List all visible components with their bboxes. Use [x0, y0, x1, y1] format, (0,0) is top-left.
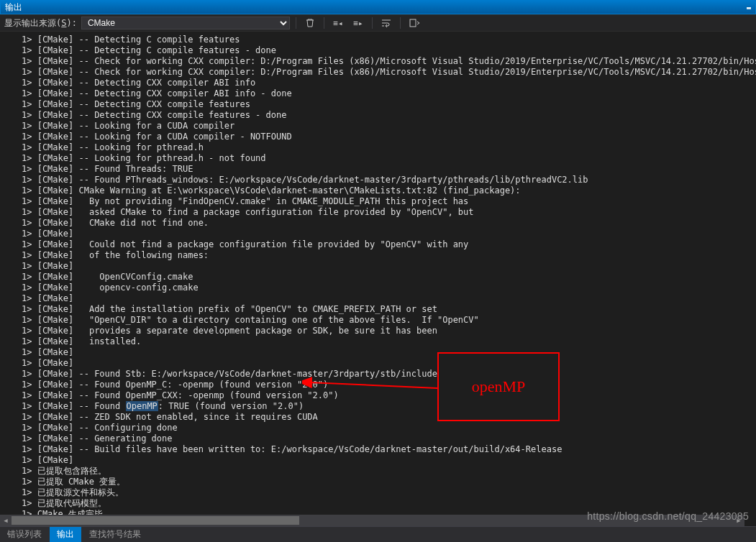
- output-line: 1> [CMake] Add the installation prefix o…: [22, 304, 752, 315]
- output-line: 1> [CMake]: [22, 229, 752, 239]
- output-line: 1> [CMake] "OpenCV_DIR" to a directory c…: [22, 315, 752, 326]
- scroll-left-arrow[interactable]: ◀: [0, 515, 12, 526]
- output-line: 1> [CMake] -- Looking for pthread.h - no…: [22, 153, 752, 164]
- toolbar-separator: [324, 17, 324, 29]
- output-line: 1> [CMake] -- Check for working CXX comp…: [22, 56, 752, 67]
- output-line: 1> [CMake] -- Found OpenMP_C: -openmp (f…: [22, 380, 752, 390]
- output-line: 1> [CMake] -- Detecting CXX compiler ABI…: [22, 78, 752, 88]
- highlighted-text: OpenMP: [126, 401, 158, 411]
- output-line: 1> [CMake] OpenCVConfig.cmake: [22, 272, 752, 283]
- output-line: 1> [CMake] -- Found OpenMP: TRUE (found …: [22, 401, 752, 412]
- output-line: 1> [CMake] opencv-config.cmake: [22, 283, 752, 293]
- output-line: 1> [CMake] provides a separate developme…: [22, 326, 752, 336]
- indent-increase-button[interactable]: ≡▸: [350, 17, 366, 29]
- output-area: 1> [CMake] -- Detecting C compile featur…: [0, 32, 756, 526]
- tab-error-list[interactable]: 错误列表: [0, 527, 50, 542]
- output-line: 1> [CMake] -- Check for working CXX comp…: [22, 67, 752, 78]
- scrollbar-thumb[interactable]: [12, 516, 299, 525]
- output-line: 1> 已提取包含路径。: [22, 466, 752, 477]
- word-wrap-button[interactable]: [378, 17, 394, 29]
- indent-decrease-button[interactable]: ≡◂: [330, 17, 346, 29]
- output-line: 1> [CMake] CMake Warning at E:\workspace…: [22, 185, 752, 196]
- panel-title: 输出: [5, 1, 22, 14]
- output-line: 1> [CMake] -- Found PThreads_windows: E:…: [22, 175, 752, 185]
- pin-icon[interactable]: ▬: [747, 4, 751, 12]
- output-line: 1> [CMake]: [22, 293, 752, 304]
- tab-output[interactable]: 输出: [50, 527, 82, 542]
- output-source-select[interactable]: CMake: [81, 17, 290, 29]
- output-line: 1> [CMake]: [22, 261, 752, 272]
- output-line: 1> [CMake] -- Detecting C compile featur…: [22, 45, 752, 56]
- output-toolbar: 显示输出来源(S): CMake ≡◂ ≡▸: [0, 14, 756, 32]
- goto-button[interactable]: [406, 17, 422, 29]
- output-line: 1> 已提取代码模型。: [22, 498, 752, 509]
- output-line: 1> [CMake] -- Build files have been writ…: [22, 444, 752, 455]
- output-line: 1> [CMake] Could not find a package conf…: [22, 239, 752, 250]
- output-line: 1> [CMake] -- Found Threads: TRUE: [22, 164, 752, 175]
- output-line: 1> [CMake]: [22, 358, 752, 369]
- bottom-tabs: 错误列表 输出 查找符号结果: [0, 526, 756, 542]
- output-line: 1> [CMake] -- Detecting CXX compile feat…: [22, 99, 752, 110]
- output-line: 1> 已提取源文件和标头。: [22, 487, 752, 498]
- clear-all-button[interactable]: [302, 17, 318, 29]
- output-line: 1> [CMake] installed.: [22, 336, 752, 347]
- output-line: 1> [CMake] -- Detecting CXX compiler ABI…: [22, 88, 752, 99]
- output-line: 1> [CMake] CMake did not find one.: [22, 218, 752, 229]
- output-line: 1> [CMake] asked CMake to find a package…: [22, 207, 752, 218]
- output-line: 1> [CMake] -- Found OpenMP_CXX: -openmp …: [22, 390, 752, 401]
- output-text[interactable]: 1> [CMake] -- Detecting C compile featur…: [0, 32, 756, 523]
- panel-titlebar: 输出 ▬: [0, 0, 756, 14]
- output-line: 1> 已提取 CMake 变量。: [22, 477, 752, 487]
- output-line: 1> [CMake] of the following names:: [22, 250, 752, 261]
- output-line: 1> [CMake]: [22, 347, 752, 358]
- output-line: 1> [CMake] By not providing "FindOpenCV.…: [22, 196, 752, 207]
- show-output-from-label: 显示输出来源(S):: [4, 17, 77, 29]
- svg-rect-0: [410, 19, 416, 27]
- output-line: 1> [CMake] -- ZED SDK not enabled, since…: [22, 412, 752, 423]
- toolbar-separator: [400, 17, 401, 29]
- output-line: 1> [CMake] -- Looking for pthread.h: [22, 142, 752, 153]
- output-line: 1> [CMake] -- Configuring done: [22, 423, 752, 433]
- output-line: 1> [CMake] -- Found Stb: E:/workspace/Vs…: [22, 369, 752, 380]
- output-line: 1> [CMake]: [22, 455, 752, 466]
- tab-find-symbol-results[interactable]: 查找符号结果: [82, 527, 149, 542]
- output-line: 1> [CMake] -- Looking for a CUDA compile…: [22, 132, 752, 142]
- output-line: 1> [CMake] -- Looking for a CUDA compile…: [22, 121, 752, 132]
- output-line: 1> [CMake] -- Detecting CXX compile feat…: [22, 110, 752, 121]
- output-line: 1> [CMake] -- Detecting C compile featur…: [22, 35, 752, 45]
- toolbar-separator: [372, 17, 373, 29]
- output-line: 1> [CMake] -- Generating done: [22, 433, 752, 444]
- watermark-text: https://blog.csdn.net/qq_24423085: [587, 510, 749, 522]
- toolbar-separator: [296, 17, 296, 29]
